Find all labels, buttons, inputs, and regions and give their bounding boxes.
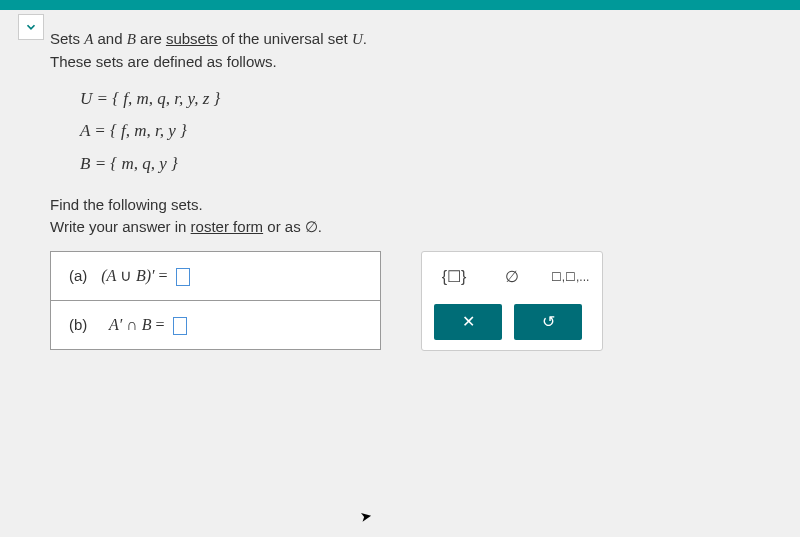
subsets-link[interactable]: subsets [166, 30, 218, 47]
part-a-expr: (A ∪ B)′ = [101, 267, 171, 284]
var-b: B [127, 31, 136, 47]
text: or as [263, 218, 305, 235]
clear-button[interactable]: ✕ [434, 304, 502, 340]
empty-set-symbol: ∅ [305, 218, 318, 235]
text: and [93, 30, 126, 47]
text: B)′ [132, 267, 155, 284]
var-u: U [352, 31, 363, 47]
intersect-op: ∩ [126, 316, 138, 333]
reset-icon: ↺ [542, 310, 555, 334]
palette-symbols-row: {☐} ∅ ☐,☐,... [434, 262, 590, 292]
table-row: (a) (A ∪ B)′ = [51, 251, 381, 300]
part-a-label: (a) [69, 265, 97, 288]
set-b-def: B = { m, q, y } [80, 148, 760, 180]
part-a-cell: (a) (A ∪ B)′ = [51, 251, 381, 300]
part-b-expr: A′ ∩ B = [101, 316, 168, 333]
set-u-def: U = { f, m, q, r, y, z } [80, 83, 760, 115]
mouse-cursor-icon: ➤ [359, 507, 374, 525]
close-icon: ✕ [462, 310, 475, 334]
intro-line2: These sets are defined as follows. [50, 53, 277, 70]
empty-set-button[interactable]: ∅ [492, 262, 532, 292]
roster-form-link[interactable]: roster form [191, 218, 264, 235]
sets-definitions: U = { f, m, q, r, y, z } A = { f, m, r, … [80, 83, 760, 180]
text: are [136, 30, 166, 47]
list-button[interactable]: ☐,☐,... [550, 262, 590, 292]
part-b-input[interactable] [173, 317, 187, 335]
text: (A [101, 267, 120, 284]
braces-button[interactable]: {☐} [434, 262, 474, 292]
equals: = [155, 267, 172, 284]
top-bar [0, 0, 800, 10]
intro-line1: Sets A and B are subsets of the universa… [50, 30, 367, 47]
expand-toggle[interactable] [18, 14, 44, 40]
chevron-down-icon [24, 20, 38, 34]
table-row: (b) A′ ∩ B = [51, 300, 381, 349]
intro-text: Sets A and B are subsets of the universa… [50, 28, 760, 73]
question-content: Sets A and B are subsets of the universa… [0, 10, 800, 371]
equals: = [152, 316, 169, 333]
palette-actions-row: ✕ ↺ [434, 304, 590, 340]
part-a-input[interactable] [176, 268, 190, 286]
text: Write your answer in [50, 218, 191, 235]
text: . [318, 218, 322, 235]
part-b-cell: (b) A′ ∩ B = [51, 300, 381, 349]
union-op: ∪ [120, 267, 132, 284]
part-b-label: (b) [69, 314, 97, 337]
workspace: (a) (A ∪ B)′ = (b) A′ ∩ B = [50, 251, 760, 351]
symbol-palette: {☐} ∅ ☐,☐,... ✕ ↺ [421, 251, 603, 351]
instruction-line2: Write your answer in roster form or as ∅… [50, 216, 760, 239]
text: . [363, 30, 367, 47]
reset-button[interactable]: ↺ [514, 304, 582, 340]
answer-table: (a) (A ∪ B)′ = (b) A′ ∩ B = [50, 251, 381, 350]
instruction-text: Find the following sets. Write your answ… [50, 194, 760, 239]
text: A′ [109, 316, 126, 333]
set-a-def: A = { f, m, r, y } [80, 115, 760, 147]
text: B [138, 316, 152, 333]
text: Sets [50, 30, 84, 47]
var-a: A [84, 31, 93, 47]
text: of the universal set [218, 30, 352, 47]
instruction-line1: Find the following sets. [50, 194, 760, 217]
